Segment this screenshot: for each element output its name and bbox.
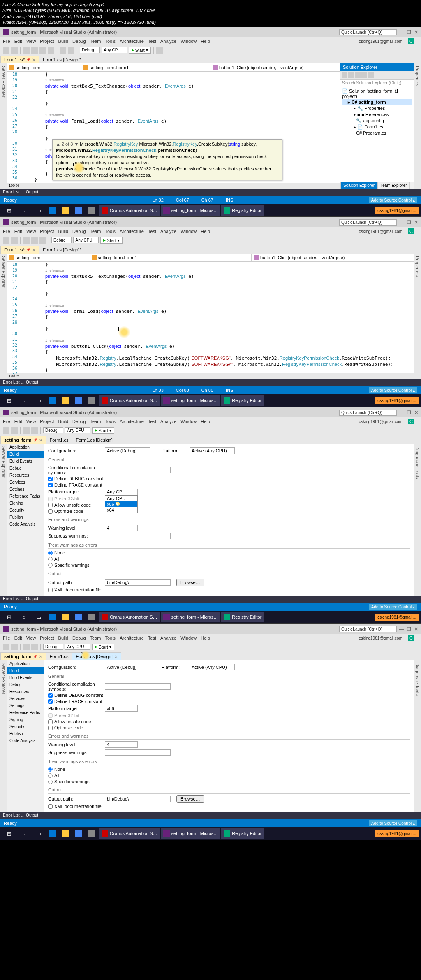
tab-form1cs[interactable]: Form1.cs*📌✕ [0, 56, 39, 63]
start-menu-button[interactable]: ⊞ [2, 205, 16, 216]
config-combo[interactable]: Active (Debug) [105, 447, 150, 454]
props-tab-security[interactable]: Security [7, 507, 44, 514]
platform-combo[interactable]: Active (Any CPU) [190, 447, 235, 454]
zoom-bar[interactable]: 100 % [7, 183, 340, 189]
dd-x64[interactable]: x64 [105, 507, 137, 513]
warning-level-combo[interactable]: 4 [105, 525, 138, 531]
menu-debug[interactable]: Debug [72, 39, 86, 44]
refs-node[interactable]: ▸ ■-■ References [342, 112, 412, 118]
props-tab-refpaths[interactable]: Reference Paths [7, 493, 44, 500]
platform-target-combo[interactable]: Any CPU Any CPU x86 ↖ x64 [105, 489, 138, 495]
dd-x86[interactable]: x86 ↖ [105, 501, 137, 507]
start-button[interactable]: Start ▾ [129, 47, 151, 54]
menu-analyze[interactable]: Analyze [160, 39, 176, 44]
maximize-button[interactable]: ❐ [407, 30, 411, 35]
task-explorer[interactable] [60, 205, 72, 216]
treat-all-radio[interactable] [48, 557, 53, 561]
tab-form1design[interactable]: Form1.cs [Design]✕ ↖ [72, 652, 121, 660]
platform-target-combo[interactable]: x86 [105, 705, 138, 712]
se-props-icon[interactable] [368, 72, 374, 78]
undo-button[interactable] [60, 47, 66, 54]
props-tab-debug[interactable]: Debug [7, 465, 44, 472]
menu-tools[interactable]: Tools [105, 39, 116, 44]
nav-back-button[interactable] [3, 47, 9, 54]
menu-build[interactable]: Build [58, 39, 68, 44]
form1-node[interactable]: ▸ 📄 Form1.cs [342, 124, 412, 130]
redo-button[interactable] [68, 47, 74, 54]
dd-anycpu[interactable]: Any CPU [105, 496, 137, 501]
tab-project-props[interactable]: setting_form📌✕ [0, 436, 46, 444]
task-edge[interactable] [46, 205, 59, 216]
se-tree[interactable]: 📄 Solution 'setting_form' (1 project) ▸ … [340, 86, 414, 182]
suppress-input[interactable] [105, 533, 171, 539]
source-control-button[interactable]: Add to Source Control ▴ [369, 197, 417, 203]
menu-project[interactable]: Project [40, 39, 54, 44]
xmldoc-checkbox[interactable] [48, 588, 53, 592]
minimize-button[interactable]: — [399, 30, 404, 35]
server-explorer-tab[interactable]: Server Explorer [1, 66, 6, 187]
system-tray[interactable]: csking1981@gmail… [375, 207, 419, 214]
props-tab-settings[interactable]: Settings [7, 486, 44, 493]
props-tab-resources[interactable]: Resources [7, 472, 44, 479]
tab-form1design[interactable]: Form1.cs [Design] [72, 436, 116, 444]
task-search[interactable] [86, 205, 98, 216]
menu-file[interactable]: File [3, 39, 10, 44]
task-vs[interactable]: setting_form - Micros… [161, 205, 221, 216]
debug-const-checkbox[interactable] [48, 477, 53, 481]
taskview-button[interactable]: ▭ [32, 205, 46, 216]
appcfg-node[interactable]: 🔧 app.config [342, 118, 412, 124]
se-home-icon[interactable] [342, 72, 347, 78]
tab-form1cs[interactable]: Form1.cs*📌✕ [0, 246, 39, 254]
menu-architecture[interactable]: Architecture [120, 39, 144, 44]
se-tab-sln[interactable]: Solution Explorer [340, 182, 377, 189]
save-button[interactable] [39, 47, 46, 54]
tab-form1design[interactable]: Form1.cs [Design]* [39, 56, 85, 63]
props-tab-buildevents[interactable]: Build Events [7, 458, 44, 465]
se-search-input[interactable]: Search Solution Explorer (Ctrl+;) [340, 80, 414, 86]
platform-combo[interactable]: Any CPU [102, 47, 127, 53]
nav-class[interactable]: setting_form.Form1 [81, 64, 210, 71]
menu-test[interactable]: Test [148, 39, 156, 44]
account-label[interactable]: csking1981@gmail.com [359, 39, 402, 44]
nav-namespace[interactable]: setting_form [7, 64, 81, 71]
menu-view[interactable]: View [26, 39, 36, 44]
se-collapse-icon[interactable] [355, 72, 361, 78]
props-tab-application[interactable]: Application [7, 444, 44, 451]
trace-const-checkbox[interactable] [48, 483, 53, 487]
menu-window[interactable]: Window [180, 39, 197, 44]
close-icon[interactable]: ✕ [32, 58, 35, 62]
overload-nav[interactable]: ▲ 2 of 3 ▼ [56, 142, 79, 147]
close-button[interactable]: ✕ [414, 30, 418, 35]
se-tab-team[interactable]: Team Explorer [377, 182, 409, 189]
tab-form1design[interactable]: Form1.cs [Design]* [39, 246, 85, 254]
unsafe-checkbox[interactable] [48, 503, 53, 507]
menu-team[interactable]: Team [90, 39, 101, 44]
nav-method[interactable]: button1_Click(object sender, EventArgs e… [210, 64, 340, 71]
outpath-input[interactable] [105, 579, 171, 586]
pin-icon[interactable]: 📌 [26, 58, 30, 62]
tab-form1cs[interactable]: Form1.cs [46, 436, 72, 444]
proj-node[interactable]: ▸ C# setting_form [342, 99, 412, 105]
code-editor[interactable]: 1819202122 2425262728 30313233343536 } 1… [7, 72, 340, 183]
optimize-checkbox[interactable] [48, 509, 53, 514]
quick-launch-input[interactable]: Quick Launch (Ctrl+Q) [339, 29, 397, 35]
task-oranus[interactable]: Oranus Automation S… [99, 205, 160, 216]
props-tab-codeanalysis[interactable]: Code Analysis [7, 521, 44, 528]
properties-tab[interactable]: Properties [415, 66, 420, 187]
new-button[interactable] [23, 47, 30, 54]
cortana-button[interactable]: ○ [17, 205, 31, 216]
props-node[interactable]: ▸ 🔧 Properties [342, 105, 412, 112]
saveall-button[interactable] [48, 47, 54, 54]
bottom-panel-tabs[interactable]: Error List … Output [0, 189, 421, 196]
nav-fwd-button[interactable] [11, 47, 18, 54]
se-refresh-icon[interactable] [348, 72, 354, 78]
task-store[interactable] [73, 205, 85, 216]
browse-button[interactable]: Browse… [176, 579, 204, 586]
open-button[interactable] [31, 47, 38, 54]
props-tab-build[interactable]: Build [7, 451, 44, 458]
code-editor[interactable]: 1819202122 2425262728 3031323334353637 }… [7, 262, 414, 373]
treat-specific-radio[interactable] [48, 563, 53, 568]
program-node[interactable]: C# Program.cs [342, 130, 412, 136]
quick-launch-input[interactable]: Quick Launch (Ctrl+Q) [339, 219, 397, 226]
tab-form1cs[interactable]: Form1.cs [46, 652, 72, 660]
